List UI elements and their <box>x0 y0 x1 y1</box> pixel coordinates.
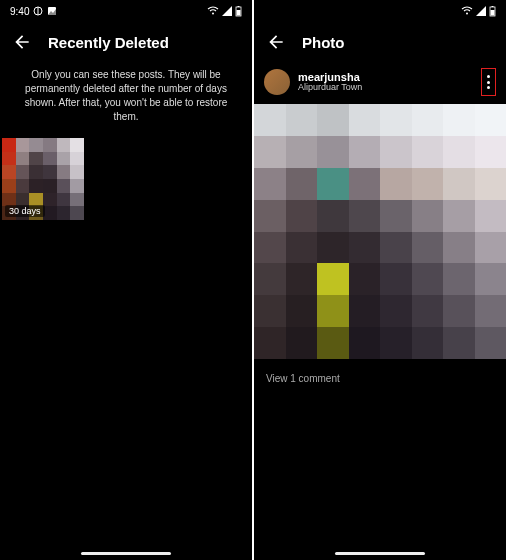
back-button[interactable] <box>266 32 286 52</box>
wifi-icon <box>461 6 473 16</box>
svg-rect-13 <box>492 6 494 7</box>
status-bar: 9:40 <box>0 0 252 22</box>
svg-marker-5 <box>222 6 232 16</box>
battery-icon <box>235 6 242 17</box>
deleted-post-thumbnail[interactable]: 30 days <box>2 138 84 220</box>
home-indicator[interactable] <box>335 552 425 555</box>
info-text: Only you can see these posts. They will … <box>0 62 252 138</box>
picture-icon <box>47 6 57 16</box>
screen-header: Photo <box>254 22 506 62</box>
days-remaining-badge: 30 days <box>5 205 45 217</box>
page-title: Photo <box>302 34 345 51</box>
phi-icon <box>33 6 43 16</box>
svg-rect-8 <box>238 6 240 7</box>
more-options-button[interactable] <box>481 68 496 96</box>
phone-screen-recently-deleted: 9:40 Recently Deleted Only you can s <box>0 0 252 560</box>
kebab-icon <box>487 75 490 89</box>
page-title: Recently Deleted <box>48 34 169 51</box>
svg-point-9 <box>466 13 468 15</box>
svg-point-4 <box>212 13 214 15</box>
post-header: mearjunsha Alipurduar Town <box>254 62 506 102</box>
back-button[interactable] <box>12 32 32 52</box>
phone-screen-photo-detail: Photo mearjunsha Alipurduar Town View 1 … <box>254 0 506 560</box>
status-bar <box>254 0 506 22</box>
svg-rect-7 <box>237 10 241 16</box>
avatar[interactable] <box>264 69 290 95</box>
signal-icon <box>476 6 486 16</box>
view-comments-link[interactable]: View 1 comment <box>254 359 506 398</box>
thumbnail-grid: 30 days <box>0 138 252 220</box>
svg-marker-10 <box>476 6 486 16</box>
status-time: 9:40 <box>10 6 29 17</box>
post-image[interactable] <box>254 104 506 359</box>
screen-header: Recently Deleted <box>0 22 252 62</box>
signal-icon <box>222 6 232 16</box>
location[interactable]: Alipurduar Town <box>298 83 473 93</box>
wifi-icon <box>207 6 219 16</box>
svg-rect-12 <box>491 10 495 16</box>
home-indicator[interactable] <box>81 552 171 555</box>
battery-icon <box>489 6 496 17</box>
